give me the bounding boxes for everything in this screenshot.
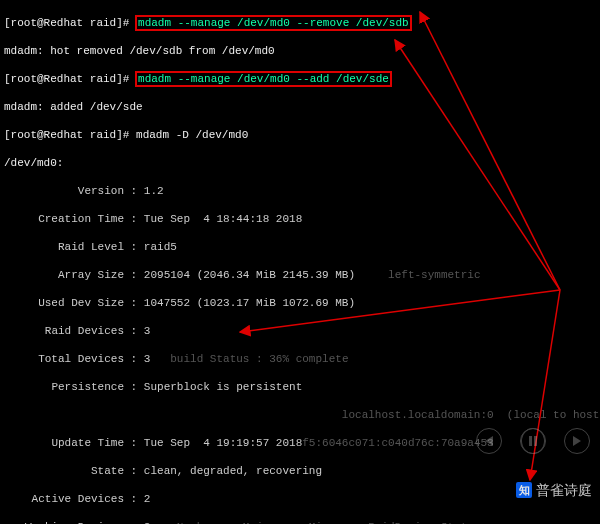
prev-icon bbox=[476, 428, 502, 454]
field-used-dev-size: Used Dev Size : 1047552 (1023.17 MiB 107… bbox=[4, 296, 600, 310]
field-persistence: Persistence : Superblock is persistent bbox=[4, 380, 600, 394]
prompt: [root@Redhat raid]# bbox=[4, 73, 129, 85]
watermark: 知 普雀诗庭 bbox=[516, 482, 592, 498]
field-total-devices: Total Devices : 3 build Status : 36% com… bbox=[4, 352, 600, 366]
field-version: Version : 1.2 bbox=[4, 184, 600, 198]
prompt: [root@Redhat raid]# bbox=[4, 17, 129, 29]
media-controls-overlay bbox=[476, 428, 590, 454]
field-state: State : clean, degraded, recovering bbox=[4, 464, 600, 478]
command-detail: mdadm -D /dev/md0 bbox=[136, 129, 248, 141]
field-working-devices: Working Devices : 3 Number Major Minor R… bbox=[4, 520, 600, 524]
output-removed: mdadm: hot removed /dev/sdb from /dev/md… bbox=[4, 44, 600, 58]
zhihu-icon: 知 bbox=[516, 482, 532, 498]
prompt: [root@Redhat raid]# bbox=[4, 129, 129, 141]
output-added: mdadm: added /dev/sde bbox=[4, 100, 600, 114]
field-active-devices: Active Devices : 2 bbox=[4, 492, 600, 506]
device-header: /dev/md0: bbox=[4, 156, 600, 170]
field-array-size: Array Size : 2095104 (2046.34 MiB 2145.3… bbox=[4, 268, 600, 282]
field-creation-time: Creation Time : Tue Sep 4 18:44:18 2018 bbox=[4, 212, 600, 226]
watermark-text: 普雀诗庭 bbox=[536, 483, 592, 497]
command-add: mdadm --manage /dev/md0 --add /dev/sde bbox=[138, 73, 389, 85]
command-remove: mdadm --manage /dev/md0 --remove /dev/sd… bbox=[138, 17, 409, 29]
next-icon bbox=[564, 428, 590, 454]
field-raid-devices: Raid Devices : 3 bbox=[4, 324, 600, 338]
field-raid-level: Raid Level : raid5 bbox=[4, 240, 600, 254]
pause-icon bbox=[520, 428, 546, 454]
blank-1: localhost.localdomain:0 (local to host l… bbox=[4, 408, 600, 422]
